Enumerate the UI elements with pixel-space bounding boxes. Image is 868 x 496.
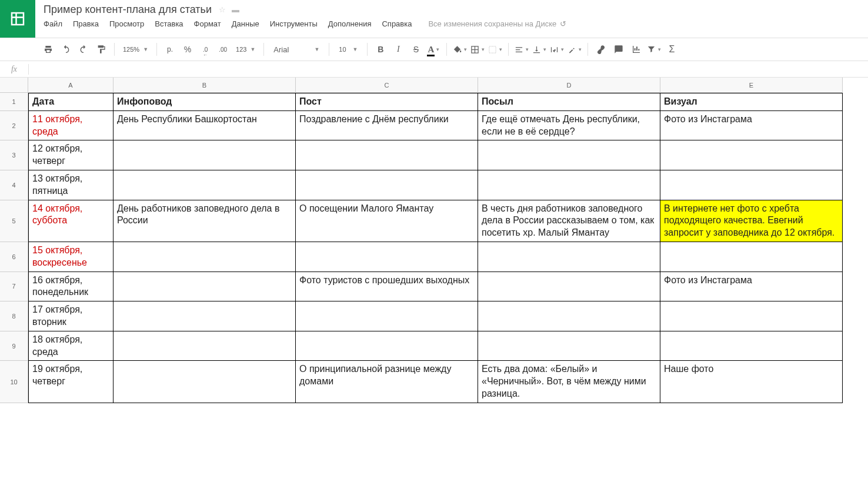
- decrease-decimals-button[interactable]: .0←: [198, 42, 212, 56]
- cell-B1[interactable]: Инфоповод: [113, 93, 296, 111]
- cell-C7[interactable]: Фото туристов с прошедших выходных: [296, 272, 478, 302]
- cell-D4[interactable]: [478, 170, 660, 200]
- menu-data[interactable]: Данные: [232, 19, 259, 28]
- row-header-9[interactable]: 9: [0, 331, 28, 361]
- cell-C8[interactable]: [296, 301, 478, 331]
- strikethrough-button[interactable]: S: [409, 42, 423, 56]
- star-icon[interactable]: ☆: [219, 5, 226, 14]
- menu-help[interactable]: Справка: [382, 19, 412, 28]
- cell-C6[interactable]: [296, 242, 478, 272]
- cell-E8[interactable]: [660, 301, 843, 331]
- cell-B3[interactable]: [113, 140, 296, 170]
- row-header-6[interactable]: 6: [0, 242, 28, 272]
- menu-file[interactable]: Файл: [44, 19, 62, 28]
- increase-decimals-button[interactable]: .00: [216, 42, 230, 56]
- fill-color-button[interactable]: ▾: [453, 42, 467, 56]
- formula-input[interactable]: [29, 61, 868, 77]
- paint-format-icon[interactable]: [94, 42, 108, 56]
- row-header-10[interactable]: 10: [0, 361, 28, 403]
- cell-A9[interactable]: 18 октября, среда: [28, 331, 113, 361]
- link-icon[interactable]: [594, 42, 608, 56]
- cell-A2[interactable]: 11 октября, среда: [28, 111, 113, 141]
- borders-button[interactable]: ▾: [470, 42, 485, 56]
- row-header-3[interactable]: 3: [0, 140, 28, 170]
- col-header-B[interactable]: B: [113, 78, 296, 93]
- col-header-E[interactable]: E: [660, 78, 843, 93]
- cell-E10[interactable]: Наше фото: [660, 361, 843, 403]
- merge-cells-button[interactable]: ▾: [488, 42, 502, 56]
- row-header-7[interactable]: 7: [0, 272, 28, 302]
- halign-button[interactable]: ▾: [515, 42, 529, 56]
- cell-B2[interactable]: День Республики Башкортостан: [113, 111, 296, 141]
- valign-button[interactable]: ▾: [532, 42, 546, 56]
- sheets-logo[interactable]: [0, 0, 35, 38]
- font-size-select[interactable]: 10▼: [335, 46, 361, 53]
- rotate-button[interactable]: ▾: [567, 42, 582, 56]
- filter-icon[interactable]: ▾: [647, 42, 661, 56]
- cell-E5[interactable]: В интернете нет фото с хребта подходящег…: [660, 200, 843, 242]
- cell-B9[interactable]: [113, 331, 296, 361]
- cell-C4[interactable]: [296, 170, 478, 200]
- wrap-button[interactable]: ▾: [550, 42, 564, 56]
- cell-C2[interactable]: Поздравление с Днём республики: [296, 111, 478, 141]
- history-icon[interactable]: ↺: [560, 19, 566, 28]
- cell-B4[interactable]: [113, 170, 296, 200]
- menu-format[interactable]: Формат: [194, 19, 221, 28]
- cell-C10[interactable]: О принципиальной разнице между домами: [296, 361, 478, 403]
- cell-A4[interactable]: 13 октября, пятница: [28, 170, 113, 200]
- redo-icon[interactable]: [76, 42, 91, 56]
- cell-B8[interactable]: [113, 301, 296, 331]
- cell-C1[interactable]: Пост: [296, 93, 478, 111]
- cell-A5[interactable]: 14 октября, суббота: [28, 200, 113, 242]
- cell-D10[interactable]: Есть два дома: «Белый» и «Черничный». Во…: [478, 361, 660, 403]
- cell-D7[interactable]: [478, 272, 660, 302]
- row-header-1[interactable]: 1: [0, 93, 28, 111]
- cell-E7[interactable]: Фото из Инстаграма: [660, 272, 843, 302]
- menu-insert[interactable]: Вставка: [155, 19, 183, 28]
- row-header-8[interactable]: 8: [0, 301, 28, 331]
- cell-C3[interactable]: [296, 140, 478, 170]
- cell-E1[interactable]: Визуал: [660, 93, 843, 111]
- row-header-2[interactable]: 2: [0, 111, 28, 141]
- cell-E9[interactable]: [660, 331, 843, 361]
- cell-D1[interactable]: Посыл: [478, 93, 660, 111]
- cell-E6[interactable]: [660, 242, 843, 272]
- italic-button[interactable]: I: [391, 42, 405, 56]
- cell-A8[interactable]: 17 октября, вторник: [28, 301, 113, 331]
- cell-D6[interactable]: [478, 242, 660, 272]
- cell-A10[interactable]: 19 октября, четверг: [28, 361, 113, 403]
- undo-icon[interactable]: [59, 42, 73, 56]
- bold-button[interactable]: B: [373, 42, 388, 56]
- comment-icon[interactable]: [612, 42, 626, 56]
- number-format-select[interactable]: 123▼: [233, 46, 258, 53]
- print-icon[interactable]: [41, 42, 55, 56]
- cell-A1[interactable]: Дата: [28, 93, 113, 111]
- functions-icon[interactable]: Σ: [665, 42, 679, 56]
- menu-view[interactable]: Просмотр: [109, 19, 144, 28]
- row-header-5[interactable]: 5: [0, 200, 28, 242]
- cell-C9[interactable]: [296, 331, 478, 361]
- cell-B7[interactable]: [113, 272, 296, 302]
- text-color-button[interactable]: A▾: [426, 42, 440, 56]
- chart-icon[interactable]: [629, 42, 643, 56]
- cell-B5[interactable]: День работников заповедного дела в Росси…: [113, 200, 296, 242]
- menu-tools[interactable]: Инструменты: [270, 19, 318, 28]
- cell-E2[interactable]: Фото из Инстаграма: [660, 111, 843, 141]
- cell-B6[interactable]: [113, 242, 296, 272]
- document-title[interactable]: Пример контент-плана для статьи: [44, 4, 212, 16]
- cell-A7[interactable]: 16 октября, понедельник: [28, 272, 113, 302]
- col-header-D[interactable]: D: [478, 78, 660, 93]
- folder-icon[interactable]: ▬: [232, 5, 239, 14]
- cell-C5[interactable]: О посещении Малого Ямантау: [296, 200, 478, 242]
- cell-D8[interactable]: [478, 301, 660, 331]
- font-family-select[interactable]: Arial▼: [270, 45, 323, 54]
- cell-B10[interactable]: [113, 361, 296, 403]
- cell-D3[interactable]: [478, 140, 660, 170]
- cell-E4[interactable]: [660, 170, 843, 200]
- zoom-select[interactable]: 125%▼: [121, 46, 151, 53]
- cell-A3[interactable]: 12 октября, четверг: [28, 140, 113, 170]
- col-header-C[interactable]: C: [296, 78, 478, 93]
- cell-D9[interactable]: [478, 331, 660, 361]
- currency-button[interactable]: р.: [163, 42, 177, 56]
- cell-D2[interactable]: Где ещё отмечать День республики, если н…: [478, 111, 660, 141]
